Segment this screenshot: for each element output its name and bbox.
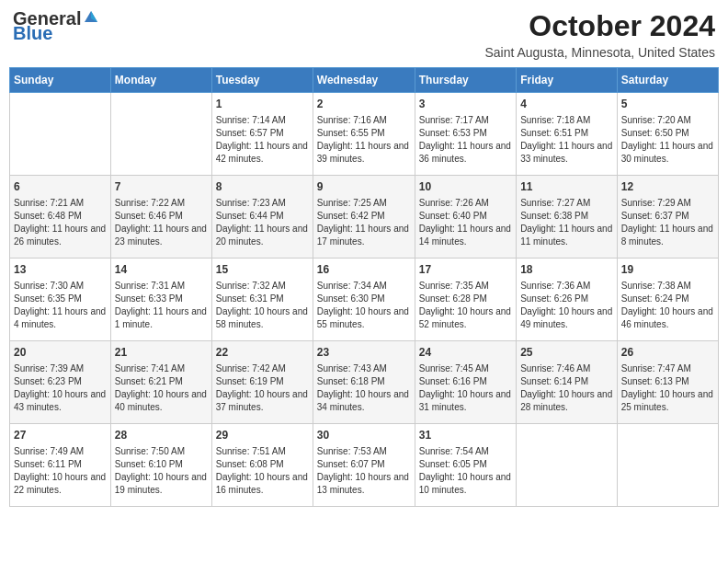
day-number: 9 xyxy=(317,179,411,195)
table-row: 24Sunrise: 7:45 AMSunset: 6:16 PMDayligh… xyxy=(415,341,516,424)
table-row: 15Sunrise: 7:32 AMSunset: 6:31 PMDayligh… xyxy=(211,259,313,341)
calendar-week-3: 13Sunrise: 7:30 AMSunset: 6:35 PMDayligh… xyxy=(10,259,719,341)
daylight-text: Daylight: 11 hours and 30 minutes. xyxy=(621,140,714,166)
table-row: 22Sunrise: 7:42 AMSunset: 6:19 PMDayligh… xyxy=(211,341,313,424)
day-number: 22 xyxy=(216,345,309,361)
location-title: Saint Augusta, Minnesota, United States xyxy=(484,45,715,60)
sunset-text: Sunset: 6:05 PM xyxy=(419,458,512,471)
sunrise-text: Sunrise: 7:32 AM xyxy=(216,280,309,293)
sunset-text: Sunset: 6:38 PM xyxy=(520,210,613,223)
day-number: 28 xyxy=(115,428,208,443)
sunset-text: Sunset: 6:11 PM xyxy=(14,458,107,471)
table-row xyxy=(517,424,618,507)
table-row: 6Sunrise: 7:21 AMSunset: 6:48 PMDaylight… xyxy=(10,176,111,259)
daylight-text: Daylight: 10 hours and 28 minutes. xyxy=(520,388,613,414)
day-number: 7 xyxy=(115,179,208,195)
sunset-text: Sunset: 6:31 PM xyxy=(216,293,309,305)
day-number: 2 xyxy=(317,97,411,112)
table-row: 23Sunrise: 7:43 AMSunset: 6:18 PMDayligh… xyxy=(313,341,415,424)
sunset-text: Sunset: 6:07 PM xyxy=(317,458,411,471)
day-number: 11 xyxy=(520,179,613,195)
daylight-text: Daylight: 10 hours and 13 minutes. xyxy=(317,471,411,497)
sunrise-text: Sunrise: 7:25 AM xyxy=(317,197,411,210)
sunrise-text: Sunrise: 7:23 AM xyxy=(216,197,309,210)
table-row: 2Sunrise: 7:16 AMSunset: 6:55 PMDaylight… xyxy=(313,93,415,176)
sunset-text: Sunset: 6:42 PM xyxy=(317,210,411,223)
sunrise-text: Sunrise: 7:35 AM xyxy=(419,280,512,293)
table-row: 9Sunrise: 7:25 AMSunset: 6:42 PMDaylight… xyxy=(313,176,415,259)
sunrise-text: Sunrise: 7:34 AM xyxy=(317,280,411,293)
day-number: 6 xyxy=(14,179,107,195)
day-number: 30 xyxy=(317,428,411,443)
col-monday: Monday xyxy=(110,68,211,93)
table-row: 30Sunrise: 7:53 AMSunset: 6:07 PMDayligh… xyxy=(313,424,415,507)
col-saturday: Saturday xyxy=(617,68,718,93)
daylight-text: Daylight: 10 hours and 40 minutes. xyxy=(115,388,208,414)
sunset-text: Sunset: 6:46 PM xyxy=(115,210,208,223)
sunset-text: Sunset: 6:53 PM xyxy=(419,127,512,140)
daylight-text: Daylight: 10 hours and 43 minutes. xyxy=(14,388,107,414)
daylight-text: Daylight: 10 hours and 19 minutes. xyxy=(115,471,208,497)
day-number: 15 xyxy=(216,262,309,278)
table-row: 18Sunrise: 7:36 AMSunset: 6:26 PMDayligh… xyxy=(517,259,618,341)
day-number: 20 xyxy=(14,345,107,361)
sunrise-text: Sunrise: 7:18 AM xyxy=(520,114,613,127)
day-number: 17 xyxy=(419,262,512,278)
sunset-text: Sunset: 6:40 PM xyxy=(419,210,512,223)
col-tuesday: Tuesday xyxy=(211,68,313,93)
col-sunday: Sunday xyxy=(10,68,111,93)
day-number: 23 xyxy=(317,345,411,361)
day-number: 13 xyxy=(14,262,107,278)
daylight-text: Daylight: 10 hours and 22 minutes. xyxy=(14,471,107,497)
sunrise-text: Sunrise: 7:39 AM xyxy=(14,362,107,375)
daylight-text: Daylight: 11 hours and 26 minutes. xyxy=(14,223,107,248)
daylight-text: Daylight: 11 hours and 42 minutes. xyxy=(216,140,309,166)
day-number: 27 xyxy=(14,428,107,443)
sunrise-text: Sunrise: 7:41 AM xyxy=(115,362,208,375)
sunset-text: Sunset: 6:51 PM xyxy=(520,127,613,140)
page-header: General Blue October 2024 Saint Augusta,… xyxy=(9,9,719,60)
day-number: 26 xyxy=(621,345,714,361)
daylight-text: Daylight: 11 hours and 4 minutes. xyxy=(14,305,107,331)
table-row: 13Sunrise: 7:30 AMSunset: 6:35 PMDayligh… xyxy=(10,259,111,341)
sunrise-text: Sunrise: 7:16 AM xyxy=(317,114,411,127)
sunset-text: Sunset: 6:14 PM xyxy=(520,375,613,388)
sunset-text: Sunset: 6:21 PM xyxy=(115,375,208,388)
daylight-text: Daylight: 11 hours and 11 minutes. xyxy=(520,223,613,248)
logo: General Blue xyxy=(13,9,99,42)
daylight-text: Daylight: 10 hours and 37 minutes. xyxy=(216,388,309,414)
table-row: 16Sunrise: 7:34 AMSunset: 6:30 PMDayligh… xyxy=(313,259,415,341)
sunset-text: Sunset: 6:24 PM xyxy=(621,293,714,305)
sunset-text: Sunset: 6:44 PM xyxy=(216,210,309,223)
sunrise-text: Sunrise: 7:45 AM xyxy=(419,362,512,375)
sunrise-text: Sunrise: 7:21 AM xyxy=(14,197,107,210)
day-number: 14 xyxy=(115,262,208,278)
day-number: 25 xyxy=(520,345,613,361)
daylight-text: Daylight: 11 hours and 33 minutes. xyxy=(520,140,613,166)
day-number: 12 xyxy=(621,179,714,195)
sunset-text: Sunset: 6:26 PM xyxy=(520,293,613,305)
sunrise-text: Sunrise: 7:47 AM xyxy=(621,362,714,375)
logo-icon xyxy=(83,9,99,26)
sunrise-text: Sunrise: 7:36 AM xyxy=(520,280,613,293)
table-row: 5Sunrise: 7:20 AMSunset: 6:50 PMDaylight… xyxy=(617,93,718,176)
day-number: 29 xyxy=(216,428,309,443)
sunrise-text: Sunrise: 7:42 AM xyxy=(216,362,309,375)
calendar-week-4: 20Sunrise: 7:39 AMSunset: 6:23 PMDayligh… xyxy=(10,341,719,424)
table-row: 10Sunrise: 7:26 AMSunset: 6:40 PMDayligh… xyxy=(415,176,516,259)
day-number: 10 xyxy=(419,179,512,195)
sunset-text: Sunset: 6:18 PM xyxy=(317,375,411,388)
sunrise-text: Sunrise: 7:29 AM xyxy=(621,197,714,210)
table-row: 14Sunrise: 7:31 AMSunset: 6:33 PMDayligh… xyxy=(110,259,211,341)
sunrise-text: Sunrise: 7:31 AM xyxy=(115,280,208,293)
sunrise-text: Sunrise: 7:27 AM xyxy=(520,197,613,210)
sunset-text: Sunset: 6:08 PM xyxy=(216,458,309,471)
daylight-text: Daylight: 11 hours and 8 minutes. xyxy=(621,223,714,248)
daylight-text: Daylight: 10 hours and 34 minutes. xyxy=(317,388,411,414)
sunset-text: Sunset: 6:37 PM xyxy=(621,210,714,223)
day-number: 5 xyxy=(621,97,714,112)
calendar-week-5: 27Sunrise: 7:49 AMSunset: 6:11 PMDayligh… xyxy=(10,424,719,507)
daylight-text: Daylight: 10 hours and 58 minutes. xyxy=(216,305,309,331)
sunset-text: Sunset: 6:16 PM xyxy=(419,375,512,388)
table-row: 20Sunrise: 7:39 AMSunset: 6:23 PMDayligh… xyxy=(10,341,111,424)
